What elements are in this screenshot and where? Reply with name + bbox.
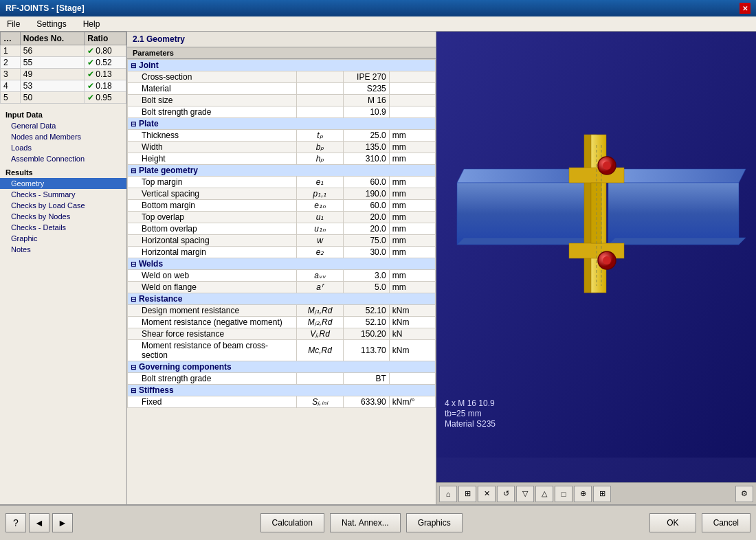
expand-icon[interactable]: ⊟ (131, 120, 136, 128)
param-value: 20.0 (343, 212, 389, 223)
nav-results-checks---summary[interactable]: Checks - Summary (0, 189, 126, 200)
calculation-button[interactable]: Calculation (260, 513, 324, 532)
expand-icon[interactable]: ⊟ (131, 295, 136, 303)
param-symbol: w (297, 235, 343, 247)
table-row[interactable]: 5 50 ✔0.95 (1, 92, 126, 104)
nat-annex-button[interactable]: Nat. Annex... (330, 513, 401, 532)
expand-icon[interactable]: ⊟ (131, 62, 136, 69)
viewport-btn-grid[interactable]: ⊞ (593, 486, 611, 502)
nav-results-graphic[interactable]: Graphic (0, 233, 126, 244)
menu-settings[interactable]: Settings (34, 19, 69, 30)
nav-results-checks---details[interactable]: Checks - Details (0, 222, 126, 233)
center-panel: 2.1 Geometry Parameters ⊟Joint Cross-sec… (127, 32, 436, 504)
graphics-button[interactable]: Graphics (406, 513, 463, 532)
viewport-btn-filter2[interactable]: △ (535, 486, 553, 502)
param-name: Horizontal margin (128, 247, 297, 258)
row-node: 53 (20, 80, 85, 92)
table-row[interactable]: 4 53 ✔0.18 (1, 80, 126, 92)
param-unit: mm (389, 153, 435, 165)
param-name: Top overlap (128, 212, 297, 223)
nav-general-data[interactable]: General Data (0, 120, 126, 131)
table-row[interactable]: 3 49 ✔0.13 (1, 69, 126, 80)
svg-text:4 x M 16 10.9: 4 x M 16 10.9 (445, 398, 495, 408)
close-button[interactable]: ✕ (740, 3, 751, 14)
param-unit (389, 71, 435, 83)
nav-results-geometry[interactable]: Geometry (0, 178, 126, 189)
params-header: Parameters (127, 47, 436, 59)
svg-rect-2 (457, 183, 588, 245)
group-label: ⊟Joint (128, 60, 436, 71)
geometry-group-row[interactable]: ⊟Welds (128, 258, 436, 270)
viewport-btn-pan[interactable]: ✕ (478, 486, 496, 502)
viewport-btn-filter[interactable]: ▽ (516, 486, 534, 502)
nav-loads[interactable]: Loads (0, 142, 126, 153)
viewport-btn-home[interactable]: ⌂ (439, 486, 457, 502)
param-symbol (297, 95, 343, 106)
expand-icon[interactable]: ⊟ (131, 363, 136, 371)
viewport-btn-zoom[interactable]: ⊞ (458, 486, 476, 502)
param-name: Moment resistance (negative moment) (128, 317, 297, 328)
param-symbol (297, 83, 343, 95)
param-name: Vertical spacing (128, 188, 297, 200)
param-unit: kNm (389, 305, 435, 317)
row-node: 49 (20, 69, 85, 80)
row-index: 2 (1, 57, 21, 69)
menu-help[interactable]: Help (80, 19, 103, 30)
ok-button[interactable]: OK (649, 513, 696, 532)
geometry-group-row[interactable]: ⊟Joint (128, 60, 436, 71)
geometry-group-row[interactable]: ⊟Governing components (128, 361, 436, 373)
viewport-btn-rotate[interactable]: ↺ (497, 486, 515, 502)
viewport-btn-view[interactable]: □ (555, 486, 572, 502)
geometry-data-row: Material S235 (128, 83, 436, 95)
svg-text:Material S235: Material S235 (445, 419, 496, 429)
group-label: ⊟Plate geometry (128, 165, 436, 177)
svg-text:tb=25 mm: tb=25 mm (445, 409, 482, 418)
param-unit (389, 95, 435, 106)
geometry-group-row[interactable]: ⊟Plate geometry (128, 165, 436, 177)
geometry-group-row[interactable]: ⊟Plate (128, 118, 436, 130)
svg-marker-4 (608, 169, 746, 183)
geometry-data-row: Moment resistance of beam cross-section … (128, 340, 436, 361)
param-value: S235 (343, 83, 389, 95)
back-button[interactable]: ◄ (29, 513, 49, 532)
param-unit (389, 83, 435, 95)
param-unit: mm (389, 282, 435, 293)
panel-title: 2.1 Geometry (127, 32, 436, 47)
menu-file[interactable]: File (4, 19, 23, 30)
geometry-data-row: Weld on flange aᶠ 5.0 mm (128, 282, 436, 293)
nav-results-notes[interactable]: Notes (0, 244, 126, 255)
param-symbol: Mc,Rd (297, 340, 343, 361)
geometry-data-row: Moment resistance (negative moment) Mⱼ₂,… (128, 317, 436, 328)
geometry-data-row: Horizontal spacing w 75.0 mm (128, 235, 436, 247)
geometry-group-row[interactable]: ⊟Stiffness (128, 385, 436, 396)
expand-icon[interactable]: ⊟ (131, 387, 136, 394)
row-ratio: ✔0.95 (85, 92, 126, 104)
row-ratio: ✔0.52 (85, 57, 126, 69)
param-symbol: tₚ (297, 130, 343, 142)
nav-results-checks-by-nodes[interactable]: Checks by Nodes (0, 211, 126, 222)
geometry-table: ⊟Joint Cross-section IPE 270 Material S2… (127, 59, 436, 408)
param-unit: mm (389, 270, 435, 282)
geometry-group-row[interactable]: ⊟Resistance (128, 293, 436, 305)
geometry-data-row: Vertical spacing p₁,₁ 190.0 mm (128, 188, 436, 200)
geometry-data-row: Thickness tₚ 25.0 mm (128, 130, 436, 142)
forward-button[interactable]: ► (52, 513, 73, 532)
param-symbol: aᶠ (297, 282, 343, 293)
table-row[interactable]: 1 56 ✔0.80 (1, 45, 126, 57)
geometry-data-row: Top overlap u₁ 20.0 mm (128, 212, 436, 223)
viewport-btn-target[interactable]: ⊕ (574, 486, 592, 502)
svg-rect-5 (608, 183, 739, 245)
help-button[interactable]: ? (5, 513, 26, 532)
viewport-btn-settings[interactable]: ⚙ (735, 486, 753, 502)
param-name: Bottom margin (128, 200, 297, 212)
nav-results-checks-by-load-case[interactable]: Checks by Load Case (0, 200, 126, 211)
geometry-data-row: Fixed Sⱼ,ᵢₙᵢ 633.90 kNm/° (128, 396, 436, 408)
table-row[interactable]: 2 55 ✔0.52 (1, 57, 126, 69)
row-index: 5 (1, 92, 21, 104)
nav-assemble[interactable]: Assemble Connection (0, 153, 126, 164)
expand-icon[interactable]: ⊟ (131, 260, 136, 268)
expand-icon[interactable]: ⊟ (131, 167, 136, 175)
param-name: Bolt size (128, 95, 297, 106)
cancel-button[interactable]: Cancel (702, 513, 751, 532)
nav-nodes-members[interactable]: Nodes and Members (0, 131, 126, 142)
